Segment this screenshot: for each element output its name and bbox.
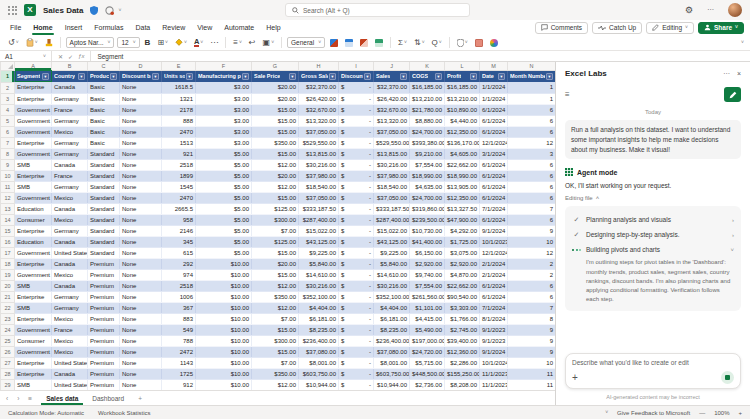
cell[interactable]: $- (339, 104, 374, 115)
cell[interactable]: $- (339, 269, 374, 280)
alignment-button[interactable]: ≡˅ (231, 38, 244, 48)
cell[interactable]: 2 (508, 269, 556, 280)
cell[interactable]: 1/1/2024 (480, 82, 508, 93)
cell[interactable]: $5,715.00 (410, 357, 445, 368)
column-header-H[interactable]: H (299, 62, 339, 70)
cell[interactable]: $13,327.50 (445, 203, 480, 214)
cell[interactable]: 8/1/2024 (480, 313, 508, 324)
cell[interactable]: $10.00 (196, 324, 252, 335)
cell[interactable]: $- (339, 335, 374, 346)
cell[interactable]: $37,050.00 (374, 126, 410, 137)
wrap-text-button[interactable]: ↩ (247, 38, 258, 48)
cell[interactable]: $18,540.00 (299, 181, 339, 192)
cell[interactable]: $3.00 (196, 115, 252, 126)
cell[interactable]: $10,944.00 (299, 379, 339, 390)
filter-button[interactable]: ▾ (498, 73, 505, 80)
cell[interactable]: None (120, 126, 162, 137)
agent-step[interactable]: Building pivots and charts˅ (572, 242, 734, 257)
cell[interactable]: $10.00 (196, 379, 252, 390)
cell[interactable]: $125.00 (252, 236, 299, 247)
user-avatar[interactable] (728, 3, 742, 17)
cell[interactable]: Enterprise (15, 357, 52, 368)
filter-button[interactable]: ▾ (329, 73, 336, 80)
sheet-tab-sales-data[interactable]: Sales data (39, 391, 85, 405)
cell[interactable]: None (120, 313, 162, 324)
cell[interactable]: $5.00 (196, 247, 252, 258)
cell[interactable]: Premium (88, 313, 120, 324)
cell[interactable]: $12,350.00 (445, 126, 480, 137)
titlebar-more-icon[interactable]: ⋯ (707, 6, 714, 14)
cell[interactable]: Germany (52, 148, 88, 159)
cell[interactable]: Enterprise (15, 225, 52, 236)
cell[interactable]: $3.00 (196, 82, 252, 93)
cell[interactable]: Standard (88, 247, 120, 258)
cell[interactable]: $125.00 (252, 203, 299, 214)
cell[interactable]: $10.00 (196, 291, 252, 302)
formula-input[interactable]: Segment (91, 53, 129, 60)
cell[interactable]: 921 (162, 148, 196, 159)
cell[interactable]: Premium (88, 324, 120, 335)
cell[interactable]: 12 (508, 137, 556, 148)
cell[interactable]: 6 (508, 192, 556, 203)
cell[interactable]: United States (52, 247, 88, 258)
cell[interactable]: Mexico (52, 346, 88, 357)
cell[interactable]: Basic (88, 137, 120, 148)
cell[interactable]: 7 (508, 302, 556, 313)
cell[interactable]: 6/1/2024 (480, 291, 508, 302)
cell[interactable]: $9,225.00 (374, 247, 410, 258)
table-header-cell[interactable]: Country▾ (52, 70, 88, 82)
font-name-select[interactable]: Aptos Nar...˅ (66, 37, 115, 48)
cell[interactable]: $5,840.00 (374, 258, 410, 269)
cell[interactable]: 2518 (162, 159, 196, 170)
cell[interactable]: None (120, 368, 162, 379)
cell[interactable]: $15.00 (252, 115, 299, 126)
document-title[interactable]: Sales Data (43, 6, 83, 15)
cell[interactable]: 2518 (162, 280, 196, 291)
font-size-select[interactable]: 12˅ (117, 37, 139, 48)
cell[interactable]: 9 (508, 346, 556, 357)
cell[interactable]: None (120, 302, 162, 313)
cell[interactable]: $4,440.00 (445, 115, 480, 126)
column-header-D[interactable]: D (120, 62, 162, 70)
cell[interactable]: None (120, 269, 162, 280)
agent-step[interactable]: ✓Designing step-by-step analysis.› (572, 227, 734, 242)
cell[interactable]: 2146 (162, 225, 196, 236)
sensitivity-shield-icon[interactable] (90, 6, 98, 15)
row-header-29[interactable]: 29 (1, 379, 15, 390)
cell[interactable]: $4,404.00 (299, 302, 339, 313)
share-button[interactable]: Share ˅ (698, 22, 744, 34)
cell[interactable]: 1899 (162, 170, 196, 181)
cell[interactable]: Standard (88, 148, 120, 159)
panel-close-icon[interactable]: × (737, 70, 741, 78)
cell[interactable]: $10,730.00 (410, 225, 445, 236)
status-item[interactable]: Workbook Statistics (98, 410, 151, 416)
row-header-7[interactable]: 7 (1, 137, 15, 148)
cell[interactable]: Germany (52, 93, 88, 104)
cell[interactable]: $8,880.00 (410, 115, 445, 126)
cell[interactable]: $41,400.00 (410, 236, 445, 247)
cell[interactable]: $- (339, 214, 374, 225)
cell[interactable]: $3.00 (196, 126, 252, 137)
row-header-10[interactable]: 10 (1, 170, 15, 181)
cell[interactable]: $22,662.00 (445, 280, 480, 291)
select-all-corner[interactable] (1, 62, 15, 70)
cell[interactable]: 2470 (162, 192, 196, 203)
cell[interactable]: $12.00 (252, 379, 299, 390)
cell[interactable]: $15,022.00 (374, 225, 410, 236)
cell[interactable]: $- (339, 291, 374, 302)
cell[interactable]: 10/1/2023 (480, 236, 508, 247)
column-header-G[interactable]: G (252, 62, 299, 70)
column-header-A[interactable]: A (15, 62, 52, 70)
cell[interactable]: Germany (52, 291, 88, 302)
cell[interactable]: None (120, 280, 162, 291)
cell[interactable]: Standard (88, 214, 120, 225)
table-header-cell[interactable]: Gross Sales▾ (299, 70, 339, 82)
cell[interactable]: 888 (162, 115, 196, 126)
cell[interactable]: $13,210.00 (445, 93, 480, 104)
cell[interactable]: $5.00 (196, 181, 252, 192)
cell[interactable]: Mexico (52, 192, 88, 203)
cell[interactable]: 9/1/2023 (480, 324, 508, 335)
filter-button[interactable]: ▾ (152, 73, 159, 80)
cell[interactable]: Education (15, 236, 52, 247)
cell[interactable]: 1006 (162, 291, 196, 302)
